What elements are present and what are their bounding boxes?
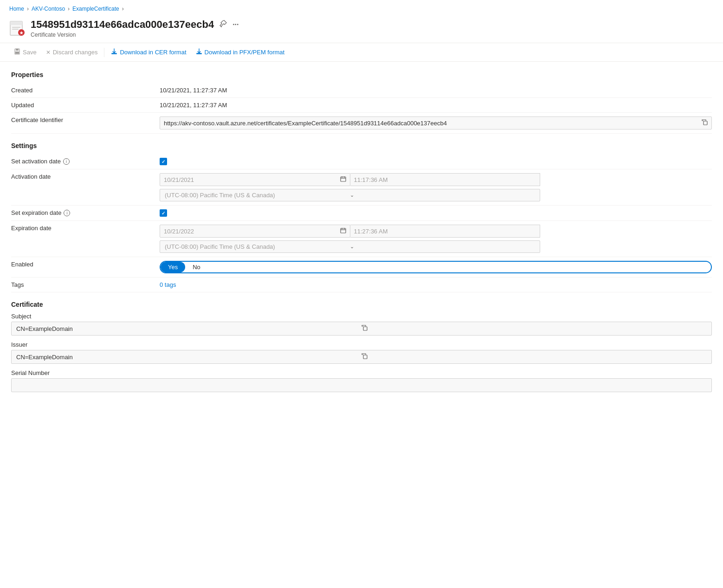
certificate-icon: ★ <box>9 19 26 36</box>
breadcrumb: Home › AKV-Contoso › ExampleCertificate … <box>0 0 723 16</box>
expiration-datetime-row <box>160 225 540 238</box>
copy-cert-id-icon[interactable] <box>702 119 708 127</box>
breadcrumb-cert[interactable]: ExampleCertificate <box>72 6 119 12</box>
enabled-yes-button[interactable]: Yes <box>161 262 185 272</box>
svg-rect-7 <box>16 49 19 51</box>
svg-rect-2 <box>12 27 20 28</box>
activation-time-input[interactable] <box>350 173 541 186</box>
expiration-timezone-select[interactable]: (UTC-08:00) Pacific Time (US & Canada) ⌄ <box>160 240 540 253</box>
created-row: Created 10/21/2021, 11:27:37 AM <box>11 83 712 98</box>
tags-label: Tags <box>11 281 160 288</box>
set-expiration-row: Set expiration date i <box>11 206 712 221</box>
expiration-date-label: Expiration date <box>11 225 160 232</box>
discard-label: Discard changes <box>53 49 98 56</box>
set-activation-text: Set activation date <box>11 158 61 165</box>
activation-time-field[interactable] <box>354 176 536 183</box>
set-expiration-value <box>160 209 712 217</box>
breadcrumb-vault[interactable]: AKV-Contoso <box>32 6 65 12</box>
more-options-icon[interactable]: ··· <box>232 20 239 29</box>
toolbar-sep <box>104 48 104 57</box>
page-header: ★ 1548951d93114e66adca000e137eecb4 ··· C… <box>0 16 723 43</box>
expiration-date-field[interactable] <box>164 228 338 235</box>
expiration-checkbox[interactable] <box>160 209 167 217</box>
enabled-toggle[interactable]: Yes No <box>160 261 712 273</box>
activation-checkbox[interactable] <box>160 158 167 165</box>
updated-row: Updated 10/21/2021, 11:27:37 AM <box>11 98 712 113</box>
svg-rect-18 <box>363 327 367 330</box>
download-cer-label: Download in CER format <box>120 49 186 56</box>
cert-id-field <box>160 116 712 129</box>
copy-issuer-icon[interactable] <box>362 353 707 361</box>
created-value: 10/21/2021, 11:27:37 AM <box>160 87 712 94</box>
tags-value: 0 tags <box>160 281 712 288</box>
set-expiration-text: Set expiration date <box>11 209 61 216</box>
activation-date-input[interactable] <box>160 173 350 186</box>
download-pfx-button[interactable]: Download in PFX/PEM format <box>191 46 290 58</box>
pin-icon[interactable] <box>219 20 227 29</box>
toolbar: Save ✕ Discard changes Download in CER f… <box>0 43 723 62</box>
expiration-time-field[interactable] <box>354 228 536 235</box>
created-label: Created <box>11 87 160 94</box>
download-cer-button[interactable]: Download in CER format <box>106 46 191 58</box>
breadcrumb-sep3: › <box>122 6 124 12</box>
activation-datetime-row <box>160 173 540 186</box>
breadcrumb-sep1: › <box>27 6 29 12</box>
serial-field: Serial Number <box>11 369 712 392</box>
svg-rect-9 <box>704 121 707 125</box>
issuer-value: CN=ExampleDomain <box>16 354 362 361</box>
cert-id-label: Certificate Identifier <box>11 116 160 123</box>
settings-section-title: Settings <box>11 142 712 149</box>
discard-button[interactable]: ✕ Discard changes <box>41 46 103 58</box>
activation-calendar-icon[interactable] <box>340 176 346 183</box>
expiration-tz-text: (UTC-08:00) Pacific Time (US & Canada) <box>165 243 350 250</box>
breadcrumb-sep2: › <box>68 6 70 12</box>
download-pfx-icon <box>196 48 202 56</box>
header-content: 1548951d93114e66adca000e137eecb4 ··· Cer… <box>31 19 714 38</box>
activation-timezone-select[interactable]: (UTC-08:00) Pacific Time (US & Canada) ⌄ <box>160 189 540 201</box>
subject-input-field: CN=ExampleDomain <box>11 322 712 336</box>
activation-date-label: Activation date <box>11 173 160 180</box>
cert-id-value <box>160 116 712 129</box>
subject-value: CN=ExampleDomain <box>16 325 362 332</box>
svg-rect-10 <box>341 177 346 181</box>
expiration-date-value: (UTC-08:00) Pacific Time (US & Canada) ⌄ <box>160 225 540 253</box>
svg-rect-1 <box>10 21 22 25</box>
subject-label: Subject <box>11 313 712 320</box>
expiration-date-input[interactable] <box>160 225 350 238</box>
download-cer-icon <box>111 48 117 56</box>
svg-rect-8 <box>15 52 19 54</box>
activation-tz-text: (UTC-08:00) Pacific Time (US & Canada) <box>165 192 350 199</box>
main-content: Properties Created 10/21/2021, 11:27:37 … <box>0 71 723 392</box>
expiration-date-row: Expiration date (UTC-08:00) Pacific Time… <box>11 221 712 257</box>
certificate-section-title: Certificate <box>11 301 712 308</box>
save-button[interactable]: Save <box>9 46 41 58</box>
activation-date-field[interactable] <box>164 176 338 183</box>
close-icon: ✕ <box>46 49 51 56</box>
activation-info-icon[interactable]: i <box>63 158 70 165</box>
activation-date-value: (UTC-08:00) Pacific Time (US & Canada) ⌄ <box>160 173 540 201</box>
expiration-tz-chevron: ⌄ <box>350 244 535 250</box>
svg-rect-3 <box>12 29 19 30</box>
svg-text:★: ★ <box>19 31 24 35</box>
activation-tz-chevron: ⌄ <box>350 192 535 198</box>
title-text: 1548951d93114e66adca000e137eecb4 <box>31 19 214 31</box>
set-activation-row: Set activation date i <box>11 154 712 169</box>
cert-id-input[interactable] <box>164 120 699 127</box>
expiration-calendar-icon[interactable] <box>340 227 346 235</box>
issuer-input-field: CN=ExampleDomain <box>11 350 712 364</box>
activation-date-row: Activation date (UTC-08:00) Pacific Time… <box>11 169 712 206</box>
breadcrumb-home[interactable]: Home <box>9 6 24 12</box>
svg-rect-14 <box>341 228 346 233</box>
expiration-info-icon[interactable]: i <box>64 210 70 216</box>
issuer-field: Issuer CN=ExampleDomain <box>11 341 712 364</box>
expiration-time-input[interactable] <box>350 225 541 238</box>
updated-label: Updated <box>11 102 160 109</box>
enabled-no-button[interactable]: No <box>185 262 208 272</box>
updated-value: 10/21/2021, 11:27:37 AM <box>160 102 712 109</box>
enabled-row: Enabled Yes No <box>11 257 712 278</box>
tags-link[interactable]: 0 tags <box>160 281 176 288</box>
activation-checkbox-wrap <box>160 158 712 165</box>
copy-subject-icon[interactable] <box>362 325 707 332</box>
tags-row: Tags 0 tags <box>11 278 712 292</box>
save-label: Save <box>23 49 37 56</box>
